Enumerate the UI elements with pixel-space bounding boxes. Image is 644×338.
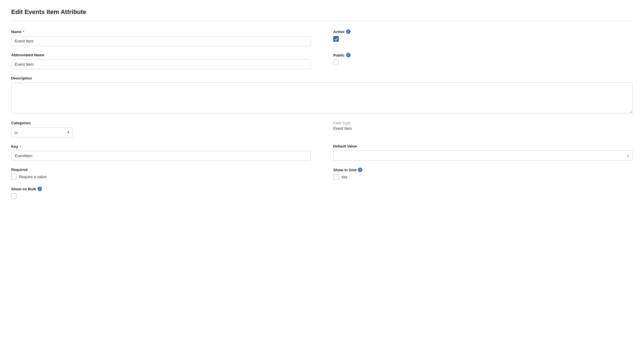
- show-on-bulk-info-icon[interactable]: i: [38, 187, 42, 191]
- description-group: Description: [11, 76, 633, 114]
- description-label: Description: [11, 76, 633, 80]
- required-section: Required Require a value: [11, 168, 311, 180]
- require-value-label: Require a value: [19, 175, 46, 179]
- required-checkbox-wrapper[interactable]: Require a value: [11, 174, 311, 180]
- active-group: Active i: [333, 29, 633, 46]
- active-checkbox[interactable]: [333, 36, 339, 42]
- show-on-bulk-label: Show on Bulk i: [11, 187, 633, 191]
- show-on-bulk-section: Show on Bulk i: [11, 187, 633, 199]
- description-textarea[interactable]: [11, 83, 633, 113]
- key-group: Key •: [11, 144, 311, 161]
- show-in-grid-yes-label: Yes: [341, 175, 347, 179]
- public-checkbox-wrapper[interactable]: [333, 60, 633, 65]
- name-label: Name •: [11, 29, 311, 34]
- default-value-select[interactable]: [333, 151, 633, 161]
- field-type-group: Field Type Event Item: [333, 121, 633, 137]
- public-label: Public i: [333, 53, 633, 57]
- key-input[interactable]: [11, 151, 311, 161]
- name-required-dot: •: [23, 29, 24, 34]
- public-group: Public i: [333, 53, 633, 69]
- abbreviated-name-input[interactable]: [11, 59, 311, 69]
- default-value-label: Default Value: [333, 144, 633, 148]
- title-divider: [11, 21, 633, 21]
- field-type-label: Field Type: [333, 121, 633, 125]
- field-type-value: Event Item: [333, 126, 633, 131]
- categories-group: Categories 🗂 ▼: [11, 121, 311, 137]
- name-input[interactable]: [11, 36, 311, 46]
- form-layout: Name • Active i Abbreviated Name Public …: [11, 29, 633, 168]
- default-value-group: Default Value ∨: [333, 144, 633, 161]
- categories-label: Categories: [11, 121, 311, 125]
- show-on-bulk-checkbox[interactable]: [11, 193, 17, 199]
- categories-select-wrapper: 🗂 ▼: [11, 127, 73, 137]
- key-label: Key •: [11, 144, 311, 149]
- show-in-grid-checkbox[interactable]: [333, 174, 339, 180]
- abbreviated-name-label: Abbreviated Name: [11, 53, 311, 57]
- show-in-grid-info-icon[interactable]: i: [358, 168, 362, 172]
- show-in-grid-checkbox-wrapper[interactable]: Yes: [333, 174, 633, 180]
- active-label: Active i: [333, 29, 633, 34]
- categories-select[interactable]: [11, 127, 73, 137]
- required-checkbox[interactable]: [11, 174, 17, 180]
- page-title: Edit Events Item Attribute: [11, 8, 633, 16]
- show-in-grid-section: Show in Grid i Yes: [333, 168, 633, 180]
- public-info-icon[interactable]: i: [346, 53, 351, 57]
- abbreviated-name-group: Abbreviated Name: [11, 53, 311, 69]
- checkboxes-row: Required Require a value Show in Grid i …: [11, 168, 633, 180]
- default-value-wrapper: ∨: [333, 151, 633, 161]
- active-checkbox-wrapper[interactable]: [333, 36, 633, 42]
- public-checkbox[interactable]: [333, 60, 339, 65]
- show-on-bulk-checkbox-wrapper[interactable]: [11, 193, 633, 199]
- show-in-grid-label: Show in Grid i: [333, 168, 633, 172]
- active-info-icon[interactable]: i: [346, 29, 351, 34]
- required-label: Required: [11, 168, 311, 172]
- name-group: Name •: [11, 29, 311, 46]
- key-required-dot: •: [20, 144, 21, 149]
